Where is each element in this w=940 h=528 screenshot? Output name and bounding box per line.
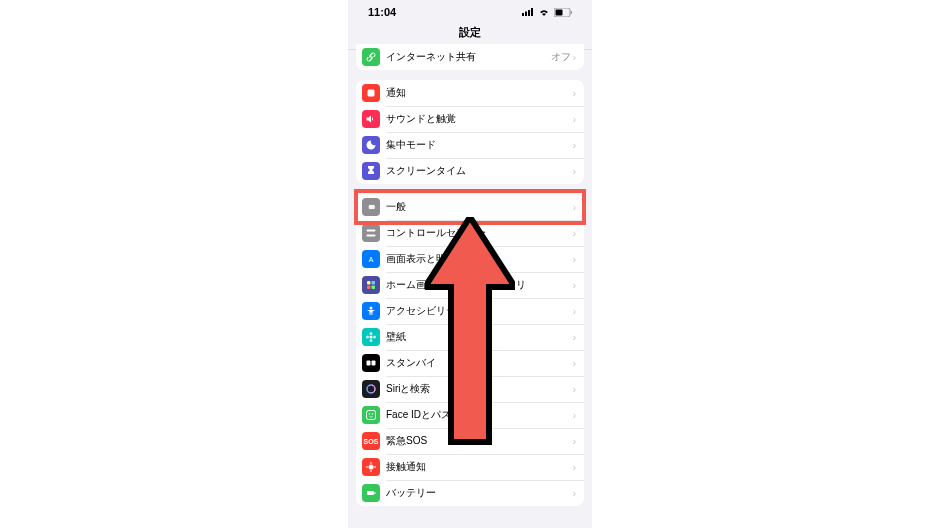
- access-icon: [362, 302, 380, 320]
- svg-point-20: [373, 336, 376, 339]
- chevron-right-icon: ›: [573, 384, 576, 395]
- svg-point-26: [372, 413, 374, 415]
- row-label: 画面表示と明るさ: [386, 252, 573, 266]
- svg-rect-11: [367, 281, 371, 285]
- status-indicators: [522, 8, 572, 17]
- svg-rect-2: [528, 10, 530, 16]
- settings-row-standby[interactable]: スタンバイ›: [356, 350, 584, 376]
- chevron-right-icon: ›: [573, 358, 576, 369]
- signal-icon: [522, 8, 534, 16]
- svg-rect-14: [372, 286, 376, 290]
- svg-point-17: [370, 332, 373, 335]
- speaker-icon: [362, 110, 380, 128]
- hourglass-icon: [362, 162, 380, 180]
- settings-row-gear[interactable]: 一般›: [356, 194, 584, 220]
- settings-row-hourglass[interactable]: スクリーンタイム›: [356, 158, 584, 184]
- settings-group: 一般›コントロールセンター›A画面表示と明るさ›ホーム画面とアプリライブラリ›ア…: [356, 194, 584, 506]
- row-label: 一般: [386, 200, 573, 214]
- row-label: ホーム画面とアプリライブラリ: [386, 278, 573, 292]
- sos-icon: SOS: [362, 432, 380, 450]
- chevron-right-icon: ›: [573, 306, 576, 317]
- row-label: 通知: [386, 86, 573, 100]
- row-label: バッテリー: [386, 486, 573, 500]
- settings-row-link[interactable]: インターネット共有オフ›: [356, 44, 584, 70]
- virus-icon: [362, 458, 380, 476]
- status-time: 11:04: [368, 6, 396, 18]
- svg-rect-3: [531, 8, 533, 16]
- settings-row-access[interactable]: アクセシビリティ›: [356, 298, 584, 324]
- svg-point-16: [370, 336, 373, 339]
- svg-point-23: [367, 385, 375, 393]
- svg-point-27: [369, 465, 374, 470]
- settings-group: 通知›サウンドと触覚›集中モード›スクリーンタイム›: [356, 80, 584, 184]
- grid-icon: [362, 276, 380, 294]
- sun-icon: A: [362, 250, 380, 268]
- svg-rect-33: [375, 492, 376, 494]
- row-label: サウンドと触覚: [386, 112, 573, 126]
- svg-rect-24: [367, 411, 376, 420]
- settings-row-speaker[interactable]: サウンドと触覚›: [356, 106, 584, 132]
- row-label: スタンバイ: [386, 356, 573, 370]
- svg-rect-32: [367, 491, 374, 495]
- chevron-right-icon: ›: [573, 202, 576, 213]
- svg-rect-8: [367, 230, 376, 232]
- moon-icon: [362, 136, 380, 154]
- chevron-right-icon: ›: [573, 228, 576, 239]
- svg-point-19: [366, 336, 369, 339]
- settings-row-moon[interactable]: 集中モード›: [356, 132, 584, 158]
- svg-rect-12: [372, 281, 376, 285]
- link-icon: [362, 48, 380, 66]
- chevron-right-icon: ›: [573, 88, 576, 99]
- siri-icon: [362, 380, 380, 398]
- settings-row-siri[interactable]: Siriと検索›: [356, 376, 584, 402]
- svg-rect-13: [367, 286, 371, 290]
- row-label: 集中モード: [386, 138, 573, 152]
- settings-row-virus[interactable]: 接触通知›: [356, 454, 584, 480]
- settings-row-sun[interactable]: A画面表示と明るさ›: [356, 246, 584, 272]
- switches-icon: [362, 224, 380, 242]
- svg-point-15: [370, 307, 373, 310]
- settings-row-sos[interactable]: SOS緊急SOS›: [356, 428, 584, 454]
- settings-row-flower[interactable]: 壁紙›: [356, 324, 584, 350]
- settings-row-battery[interactable]: バッテリー›: [356, 480, 584, 506]
- gear-icon: [362, 198, 380, 216]
- row-label: Siriと検索: [386, 382, 573, 396]
- battery-icon: [362, 484, 380, 502]
- page-title: 設定: [459, 26, 481, 38]
- chevron-right-icon: ›: [573, 436, 576, 447]
- settings-row-faceid[interactable]: Face IDとパスコード›: [356, 402, 584, 428]
- row-detail: オフ: [551, 50, 571, 64]
- flower-icon: [362, 328, 380, 346]
- chevron-right-icon: ›: [573, 280, 576, 291]
- standby-icon: [362, 354, 380, 372]
- faceid-icon: [362, 406, 380, 424]
- row-label: Face IDとパスコード: [386, 408, 573, 422]
- settings-list[interactable]: インターネット共有オフ›通知›サウンドと触覚›集中モード›スクリーンタイム›一般…: [348, 44, 592, 522]
- battery-icon: [554, 8, 572, 17]
- row-label: 緊急SOS: [386, 434, 573, 448]
- svg-rect-1: [525, 12, 527, 17]
- chevron-right-icon: ›: [573, 410, 576, 421]
- svg-rect-6: [571, 11, 573, 14]
- wifi-icon: [538, 8, 550, 16]
- chevron-right-icon: ›: [573, 254, 576, 265]
- chevron-right-icon: ›: [573, 332, 576, 343]
- svg-rect-21: [367, 361, 371, 366]
- svg-text:A: A: [369, 256, 374, 263]
- svg-rect-5: [556, 9, 563, 15]
- svg-rect-9: [367, 235, 376, 237]
- row-label: コントロールセンター: [386, 226, 573, 240]
- chevron-right-icon: ›: [573, 114, 576, 125]
- settings-group: インターネット共有オフ›: [356, 44, 584, 70]
- settings-row-switches[interactable]: コントロールセンター›: [356, 220, 584, 246]
- chevron-right-icon: ›: [573, 488, 576, 499]
- status-bar: 11:04: [348, 0, 592, 24]
- settings-row-grid[interactable]: ホーム画面とアプリライブラリ›: [356, 272, 584, 298]
- settings-row-bell[interactable]: 通知›: [356, 80, 584, 106]
- chevron-right-icon: ›: [573, 52, 576, 63]
- row-label: 接触通知: [386, 460, 573, 474]
- svg-point-18: [370, 339, 373, 342]
- svg-rect-7: [368, 90, 375, 97]
- svg-point-25: [369, 413, 371, 415]
- chevron-right-icon: ›: [573, 140, 576, 151]
